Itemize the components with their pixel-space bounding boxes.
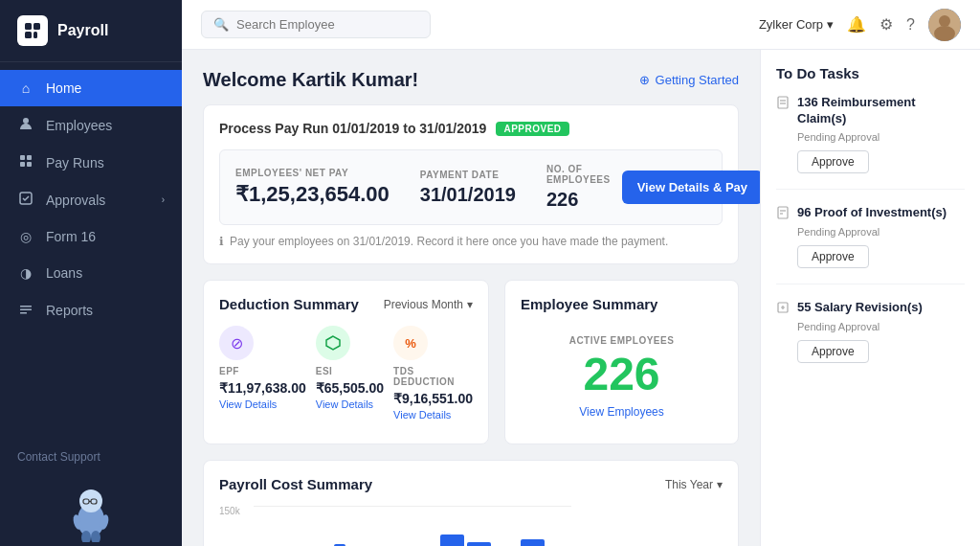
deduction-header: Deduction Summary Previous Month ▾ <box>219 296 473 312</box>
sidebar-item-label: Pay Runs <box>46 155 104 171</box>
todo-salary-sub: Pending Approval <box>797 321 965 332</box>
active-employees-label: ACTIVE EMPLOYEES <box>521 335 723 346</box>
sidebar-item-approvals[interactable]: Approvals › <box>0 181 182 218</box>
cost-summary-header: Payroll Cost Summary This Year ▾ <box>219 476 723 492</box>
epf-label: EPF <box>219 366 306 376</box>
cost-summary-title: Payroll Cost Summary <box>219 476 372 492</box>
chevron-right-icon: › <box>162 194 165 205</box>
svg-rect-2 <box>25 32 32 38</box>
bar-group <box>440 535 464 546</box>
logo: Payroll <box>0 0 182 62</box>
document-icon <box>776 206 790 222</box>
esi-value: ₹65,505.00 <box>316 380 384 396</box>
esi-link[interactable]: View Details <box>316 398 384 410</box>
todo-salary-text: 55 Salary Revision(s) <box>797 300 923 316</box>
two-col-section: Deduction Summary Previous Month ▾ ⊘ EPF… <box>203 280 739 444</box>
todo-investment: 96 Proof of Investment(s) Pending Approv… <box>776 205 965 284</box>
sidebar-item-label: Approvals <box>46 193 105 208</box>
chart-area: 150k 100k <box>219 506 723 546</box>
esi-label: ESI <box>316 366 384 376</box>
svg-rect-25 <box>778 97 788 108</box>
epf-link[interactable]: View Details <box>219 398 306 410</box>
company-name[interactable]: Zylker Corp ▾ <box>759 17 834 32</box>
tds-value: ₹9,16,551.00 <box>393 391 473 406</box>
logo-text: Payroll <box>57 22 108 39</box>
sidebar: Payroll ⌂ Home Employees <box>0 0 182 546</box>
svg-rect-12 <box>20 312 27 314</box>
help-icon[interactable]: ? <box>906 16 915 34</box>
net-pay-value: ₹1,25,23,654.00 <box>235 182 390 207</box>
deduction-filter[interactable]: Previous Month ▾ <box>384 298 473 311</box>
view-employees-link[interactable]: View Employees <box>521 405 723 419</box>
num-employees-label: NO. OF EMPLOYEES <box>546 164 611 185</box>
grid-line-top <box>254 506 571 507</box>
svg-point-24 <box>934 26 955 41</box>
main-content: 🔍 Zylker Corp ▾ 🔔 ⚙ ? Wel <box>182 0 980 546</box>
employee-summary-card: Employee Summary ACTIVE EMPLOYEES 226 Vi… <box>504 280 739 444</box>
sidebar-item-employees[interactable]: Employees <box>0 106 182 144</box>
settings-icon[interactable]: ⚙ <box>880 15 893 34</box>
approvals-icon <box>17 192 34 208</box>
svg-rect-1 <box>33 23 40 30</box>
chevron-down-icon: ▾ <box>827 17 834 32</box>
todo-reimbursement-sub: Pending Approval <box>797 131 965 143</box>
getting-started-icon: ⊕ <box>639 73 650 87</box>
view-details-pay-button[interactable]: View Details & Pay <box>622 171 760 204</box>
deduction-title: Deduction Summary <box>219 296 359 312</box>
todo-investment-sub: Pending Approval <box>797 226 965 238</box>
cost-summary-filter[interactable]: This Year ▾ <box>665 478 723 491</box>
payment-date-detail: PAYMENT DATE 31/01/2019 <box>420 170 516 206</box>
tds-icon: % <box>393 326 428 360</box>
todo-reimbursement-header: 136 Reimbursement Claim(s) <box>776 95 965 127</box>
bar-group <box>521 539 545 546</box>
sidebar-item-label: Reports <box>46 303 93 318</box>
todo-reimbursement-text: 136 Reimbursement Claim(s) <box>797 95 965 127</box>
sidebar-item-form16[interactable]: ◎ Form 16 <box>0 218 182 255</box>
topbar-right: Zylker Corp ▾ 🔔 ⚙ ? <box>759 9 961 41</box>
num-employees-value: 226 <box>546 189 611 211</box>
todo-title: To Do Tasks <box>776 65 965 81</box>
search-icon: 🔍 <box>213 17 229 32</box>
approve-investment-button[interactable]: Approve <box>797 245 869 268</box>
sidebar-item-reports[interactable]: Reports <box>0 291 182 329</box>
svg-point-4 <box>23 118 29 124</box>
sidebar-item-loans[interactable]: ◑ Loans <box>0 255 182 291</box>
todo-salary-header: 55 Salary Revision(s) <box>776 300 965 317</box>
logo-icon <box>17 15 48 46</box>
todo-salary: 55 Salary Revision(s) Pending Approval A… <box>776 300 965 378</box>
approve-reimbursement-button[interactable]: Approve <box>797 150 869 173</box>
svg-rect-11 <box>20 309 32 311</box>
todo-investment-text: 96 Proof of Investment(s) <box>797 205 947 221</box>
chevron-down-icon: ▾ <box>467 298 473 311</box>
emp-summary-header: Employee Summary <box>521 296 723 312</box>
approved-badge: APPROVED <box>496 122 568 136</box>
avatar[interactable] <box>928 9 961 41</box>
form16-icon: ◎ <box>17 229 34 244</box>
sidebar-item-home[interactable]: ⌂ Home <box>0 70 182 106</box>
search-input[interactable] <box>236 17 418 32</box>
payrun-body: EMPLOYEES' NET PAY ₹1,25,23,654.00 PAYME… <box>219 149 723 225</box>
emp-summary-title: Employee Summary <box>521 296 657 312</box>
bar-chart-container: 150k 100k <box>219 506 571 546</box>
deduction-epf: ⊘ EPF ₹11,97,638.00 View Details <box>219 326 306 421</box>
net-pay-label: EMPLOYEES' NET PAY <box>235 168 390 178</box>
deduction-tds: % TDS DEDUCTION ₹9,16,551.00 View Detail… <box>393 326 473 421</box>
emp-summary-inner: ACTIVE EMPLOYEES 226 View Employees <box>521 326 723 428</box>
approve-salary-button[interactable]: Approve <box>797 340 869 363</box>
tds-link[interactable]: View Details <box>393 409 473 421</box>
getting-started-button[interactable]: ⊕ Getting Started <box>639 73 739 87</box>
svg-rect-6 <box>27 155 32 160</box>
search-box[interactable]: 🔍 <box>201 11 431 38</box>
payrun-title: Process Pay Run 01/01/2019 to 31/01/2019 <box>219 121 486 136</box>
welcome-header: Welcome Kartik Kumar! ⊕ Getting Started <box>203 69 739 91</box>
welcome-title: Welcome Kartik Kumar! <box>203 69 418 91</box>
bar-group <box>467 542 491 546</box>
deduction-items: ⊘ EPF ₹11,97,638.00 View Details ES <box>219 326 473 421</box>
sidebar-item-payruns[interactable]: Pay Runs <box>0 144 182 181</box>
payrun-card: Process Pay Run 01/01/2019 to 31/01/2019… <box>203 104 739 264</box>
todo-reimbursement: 136 Reimbursement Claim(s) Pending Appro… <box>776 95 965 190</box>
svg-rect-3 <box>33 32 37 38</box>
loans-icon: ◑ <box>17 265 34 281</box>
contact-support[interactable]: Contact Support <box>0 435 182 479</box>
notification-icon[interactable]: 🔔 <box>847 15 866 34</box>
